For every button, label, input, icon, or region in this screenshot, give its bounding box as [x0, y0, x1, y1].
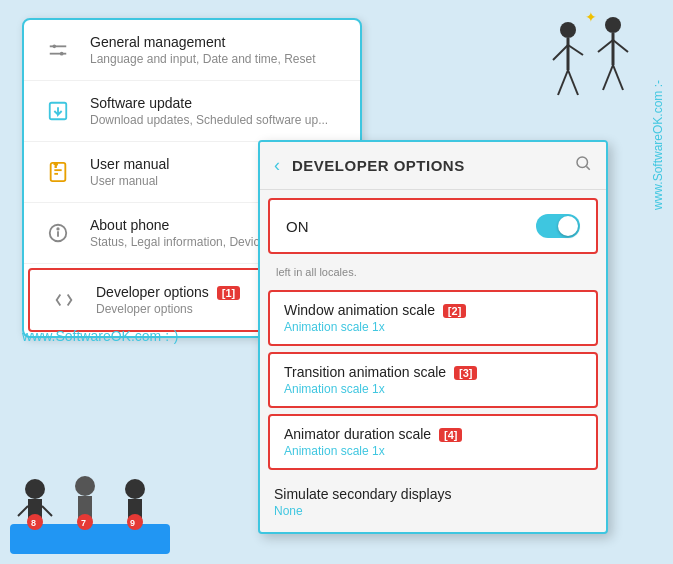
svg-point-24 [125, 479, 145, 499]
svg-point-30 [53, 45, 57, 49]
window-animation-badge: [2] [443, 304, 466, 318]
developer-options-panel: ‹ DEVELOPER OPTIONS ON left in all local… [258, 140, 608, 534]
svg-line-8 [598, 40, 613, 52]
window-animation-subtitle: Animation scale 1x [284, 320, 582, 334]
animator-duration-subtitle: Animation scale 1x [284, 444, 582, 458]
svg-point-20 [75, 476, 95, 496]
svg-line-9 [613, 40, 628, 52]
animator-duration-title: Animator duration scale [4] [284, 426, 582, 442]
svg-line-42 [586, 166, 589, 169]
general-mgmt-title: General management [90, 34, 344, 50]
svg-line-2 [553, 45, 568, 60]
settings-item-general[interactable]: General management Language and input, D… [24, 20, 360, 81]
svg-point-40 [57, 228, 58, 229]
svg-line-10 [603, 65, 613, 90]
animator-duration-badge: [4] [439, 428, 462, 442]
watermark-right: www.SoftwareOK.com :- [651, 80, 665, 210]
developer-badge-1: [1] [217, 286, 240, 300]
search-icon[interactable] [574, 154, 592, 177]
transition-animation-title: Transition animation scale [3] [284, 364, 582, 380]
general-mgmt-icon [40, 32, 76, 68]
svg-rect-34 [51, 163, 66, 181]
user-manual-icon: ? [40, 154, 76, 190]
svg-line-3 [568, 45, 583, 55]
back-button[interactable]: ‹ [274, 155, 280, 176]
simulate-displays-subtitle: None [274, 504, 592, 518]
general-mgmt-text: General management Language and input, D… [90, 34, 344, 66]
svg-text:8: 8 [31, 518, 36, 528]
animator-duration-item[interactable]: Animator duration scale [4] Animation sc… [268, 414, 598, 470]
svg-line-11 [613, 65, 623, 90]
dev-panel-title: DEVELOPER OPTIONS [292, 157, 574, 174]
settings-item-software[interactable]: Software update Download updates, Schedu… [24, 81, 360, 142]
developer-toggle[interactable] [536, 214, 580, 238]
software-update-text: Software update Download updates, Schedu… [90, 95, 344, 127]
svg-point-0 [560, 22, 576, 38]
general-mgmt-subtitle: Language and input, Date and time, Reset [90, 52, 344, 66]
svg-line-4 [558, 70, 568, 95]
developer-options-icon [46, 282, 82, 318]
svg-text:9: 9 [130, 518, 135, 528]
toggle-knob [558, 216, 578, 236]
transition-animation-item[interactable]: Transition animation scale [3] Animation… [268, 352, 598, 408]
cartoon-figure-top: ✦ [543, 10, 643, 140]
on-label: ON [286, 218, 536, 235]
dev-panel-header: ‹ DEVELOPER OPTIONS [260, 142, 606, 190]
software-update-title: Software update [90, 95, 344, 111]
svg-line-5 [568, 70, 578, 95]
svg-text:✦: ✦ [585, 10, 597, 25]
simulate-displays-title: Simulate secondary displays [274, 486, 592, 502]
svg-text:7: 7 [81, 518, 86, 528]
svg-line-16 [18, 506, 28, 516]
transition-animation-subtitle: Animation scale 1x [284, 382, 582, 396]
on-toggle-row[interactable]: ON [268, 198, 598, 254]
software-update-subtitle: Download updates, Scheduled software up.… [90, 113, 344, 127]
simulate-displays-item[interactable]: Simulate secondary displays None [260, 476, 606, 532]
svg-point-14 [25, 479, 45, 499]
svg-line-17 [42, 506, 52, 516]
window-animation-item[interactable]: Window animation scale [2] Animation sca… [268, 290, 598, 346]
svg-point-41 [577, 157, 588, 168]
svg-text:?: ? [54, 162, 57, 168]
svg-point-6 [605, 17, 621, 33]
about-phone-icon [40, 215, 76, 251]
window-animation-title: Window animation scale [2] [284, 302, 582, 318]
website-text: www.SoftwareOK.com :-) [22, 328, 178, 344]
cartoon-figures-bottom: 8 7 9 [10, 434, 170, 554]
locales-text: left in all locales. [260, 262, 606, 284]
transition-animation-badge: [3] [454, 366, 477, 380]
software-update-icon [40, 93, 76, 129]
svg-point-31 [60, 52, 64, 56]
